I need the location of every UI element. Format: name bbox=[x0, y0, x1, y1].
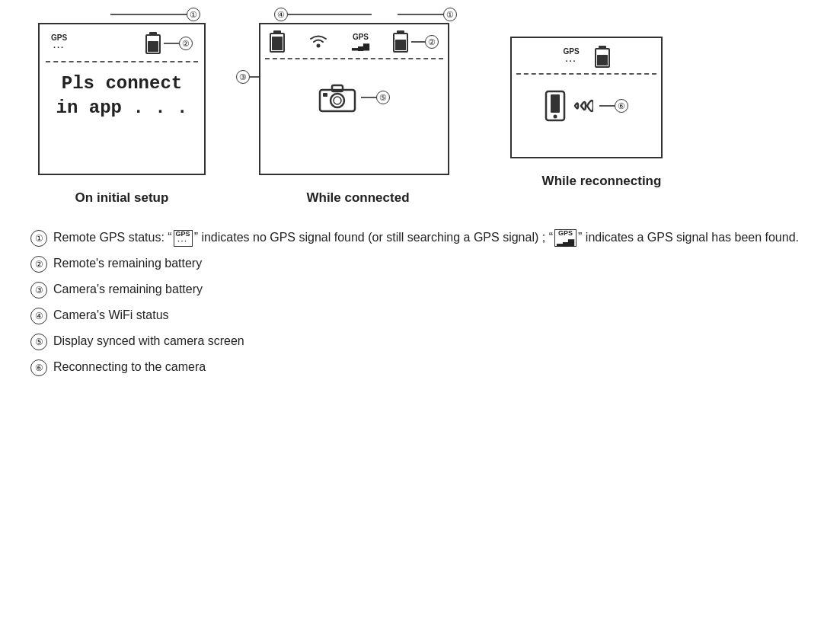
legend-circle-4: ④ bbox=[30, 308, 47, 324]
connected-screen: GPS ▂▄▆ ② bbox=[259, 23, 449, 175]
legend-text-5: Display synced with camera screen bbox=[53, 332, 244, 350]
remote-battery-icon bbox=[393, 30, 408, 53]
connected-diagram: ④ ① ③ bbox=[251, 23, 465, 206]
gps-no-signal-inline: GPS··· bbox=[174, 230, 193, 247]
legend-item-4: ④ Camera's WiFi status bbox=[30, 306, 810, 324]
legend-text-4: Camera's WiFi status bbox=[53, 306, 169, 324]
callout-6-reconnecting: ⑥ bbox=[615, 99, 628, 113]
legend-section: ① Remote GPS status: “GPS···” indicates … bbox=[23, 228, 817, 376]
connected-top-bar: GPS ▂▄▆ ② bbox=[260, 24, 448, 53]
setup-diagram: ① GPS ··· bbox=[23, 23, 221, 206]
legend-item-2: ② Remote's remaining battery bbox=[30, 254, 810, 273]
svg-rect-13 bbox=[332, 85, 343, 91]
remote-battery-reconnecting bbox=[595, 46, 610, 69]
reconnecting-diagram: GPS ··· bbox=[510, 23, 693, 189]
legend-text-1: Remote GPS status: “GPS···” indicates no… bbox=[53, 228, 799, 247]
battery-icon-setup bbox=[145, 32, 161, 55]
legend-item-3: ③ Camera's remaining battery bbox=[30, 280, 810, 299]
setup-screen: GPS ··· ② bbox=[38, 23, 206, 175]
gps-signal-inline: GPS▂▄▆ bbox=[554, 229, 577, 247]
reconnecting-label: While reconnecting bbox=[542, 174, 662, 189]
legend-text-6: Reconnecting to the camera bbox=[53, 358, 206, 376]
svg-rect-17 bbox=[597, 55, 608, 65]
camera-battery-icon bbox=[270, 30, 285, 53]
callout-4-connected: ④ bbox=[274, 8, 288, 21]
setup-label: On initial setup bbox=[75, 190, 169, 206]
setup-connect-text: Pls connect in app . . . bbox=[47, 72, 196, 121]
legend-circle-3: ③ bbox=[30, 282, 47, 299]
svg-rect-5 bbox=[272, 37, 283, 50]
callout-1-setup: ① bbox=[187, 8, 200, 21]
legend-text-2: Remote's remaining battery bbox=[53, 254, 202, 273]
svg-point-20 bbox=[554, 115, 557, 119]
waves-icon-reconnecting bbox=[572, 92, 593, 120]
callout-2-connected: ② bbox=[425, 35, 439, 49]
callout-1-connected: ① bbox=[443, 8, 457, 21]
gps-signal-icon: GPS ▂▄▆ bbox=[352, 33, 369, 51]
legend-text-3: Camera's remaining battery bbox=[53, 280, 203, 299]
gps-no-signal-reconnecting: GPS ··· bbox=[563, 47, 579, 66]
diagrams-section: ① GPS ··· bbox=[23, 15, 817, 206]
setup-top-bar: GPS ··· ② bbox=[40, 24, 204, 55]
callout-2-setup: ② bbox=[179, 37, 193, 50]
legend-circle-1: ① bbox=[30, 230, 47, 247]
svg-point-6 bbox=[316, 44, 320, 48]
legend-circle-2: ② bbox=[30, 256, 47, 273]
legend-item-5: ⑤ Display synced with camera screen bbox=[30, 332, 810, 350]
svg-rect-2 bbox=[148, 41, 158, 52]
svg-rect-14 bbox=[323, 93, 327, 97]
reconnecting-screen: GPS ··· bbox=[510, 37, 663, 158]
callout-3-connected: ③ bbox=[236, 70, 250, 84]
svg-rect-19 bbox=[551, 94, 560, 113]
wifi-icon bbox=[308, 32, 328, 52]
callout-5-connected: ⑤ bbox=[376, 91, 390, 104]
reconnecting-top-bar: GPS ··· bbox=[512, 38, 661, 69]
connected-label: While connected bbox=[306, 190, 409, 206]
legend-circle-5: ⑤ bbox=[30, 334, 47, 350]
legend-circle-6: ⑥ bbox=[30, 359, 47, 376]
gps-no-signal-icon: GPS ··· bbox=[51, 34, 67, 53]
svg-point-12 bbox=[334, 97, 341, 104]
legend-item-6: ⑥ Reconnecting to the camera bbox=[30, 358, 810, 376]
phone-icon-reconnecting bbox=[545, 90, 566, 122]
camera-body-icon bbox=[318, 82, 356, 113]
svg-point-11 bbox=[331, 94, 344, 107]
svg-rect-9 bbox=[395, 40, 406, 50]
legend-item-1: ① Remote GPS status: “GPS···” indicates … bbox=[30, 228, 810, 247]
